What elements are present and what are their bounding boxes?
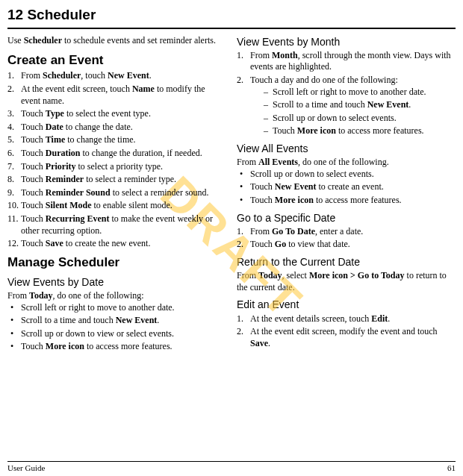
list-item: At the event details screen, touch Edit. xyxy=(237,313,456,325)
right-column: View Events by Month From Month, scroll … xyxy=(237,35,456,354)
list-item: Scroll left or right to move to another … xyxy=(250,87,456,98)
heading-go-to-date: Go to a Specific Date xyxy=(237,211,456,225)
view-by-month-steps: From Month, scroll through the month vie… xyxy=(237,50,456,137)
list-item: Touch Recurring Event to make the event … xyxy=(7,213,226,237)
list-item: Scroll left or right to move to another … xyxy=(7,302,226,314)
list-item: Touch More icon to access more features. xyxy=(250,125,456,137)
list-item: From Scheduler, touch New Event. xyxy=(7,70,226,82)
list-item: Scroll up or down to select events. xyxy=(237,169,456,181)
list-item: Touch Go to view that date. xyxy=(237,239,456,251)
heading-return-current: Return to the Current Date xyxy=(237,255,456,269)
list-item: At the event edit screen, touch Name to … xyxy=(7,84,226,107)
list-item: Touch More icon to access more features. xyxy=(7,341,226,353)
heading-view-by-date: View Events by Date xyxy=(7,275,226,289)
list-item: Touch a day and do one of the following:… xyxy=(237,75,456,137)
view-all-intro: From All Events, do one of the following… xyxy=(237,157,456,169)
heading-manage-scheduler: Manage Scheduler xyxy=(7,254,226,271)
view-by-month-sublist: Scroll left or right to move to another … xyxy=(250,87,456,137)
content-columns: Use Scheduler to schedule events and set… xyxy=(7,35,456,354)
list-item: Touch Reminder to select a reminder type… xyxy=(7,174,226,186)
list-item: Touch Silent Mode to enable silent mode. xyxy=(7,200,226,212)
view-by-date-intro: From Today, do one of the following: xyxy=(7,290,226,302)
list-item: Touch Reminder Sound to select a reminde… xyxy=(7,187,226,199)
list-item: From Go To Date, enter a date. xyxy=(237,226,456,238)
heading-edit-event: Edit an Event xyxy=(237,298,456,311)
heading-create-event: Create an Event xyxy=(7,52,226,69)
view-by-date-list: Scroll left or right to move to another … xyxy=(7,302,226,353)
chapter-title: 12 Scheduler xyxy=(7,6,456,29)
list-item: Touch Priority to select a priority type… xyxy=(7,161,226,173)
list-item: Touch New Event to create an event. xyxy=(237,181,456,193)
view-all-list: Scroll up or down to select events. Touc… xyxy=(237,169,456,207)
list-item: From Month, scroll through the month vie… xyxy=(237,50,456,73)
footer-left: User Guide xyxy=(7,463,45,473)
list-item: At the event edit screen, modify the eve… xyxy=(237,326,456,349)
left-column: Use Scheduler to schedule events and set… xyxy=(7,35,226,354)
list-item: Scroll up or down to select events. xyxy=(250,113,456,125)
list-item: Touch Time to change the time. xyxy=(7,134,226,146)
list-item: Scroll to a time and touch New Event. xyxy=(7,315,226,327)
return-current-body: From Today, select More icon > Go to Tod… xyxy=(237,270,456,293)
edit-event-steps: At the event details screen, touch Edit.… xyxy=(237,313,456,350)
page: DRAFT 12 Scheduler Use Scheduler to sche… xyxy=(0,0,463,476)
list-item: Scroll to a time and touch New Event. xyxy=(250,99,456,111)
list-item: Touch Type to select the event type. xyxy=(7,108,226,120)
list-item: Touch Save to create the new event. xyxy=(7,238,226,250)
page-footer: User Guide 61 xyxy=(7,461,456,473)
list-item: Scroll up or down to view or select even… xyxy=(7,328,226,340)
list-item: Touch Date to change the date. xyxy=(7,122,226,134)
list-item: Touch Duration to change the duration, i… xyxy=(7,148,226,160)
list-item: Touch More icon to access more features. xyxy=(237,195,456,207)
heading-view-all: View All Events xyxy=(237,142,456,155)
go-to-date-steps: From Go To Date, enter a date. Touch Go … xyxy=(237,226,456,251)
intro-text: Use Scheduler to schedule events and set… xyxy=(7,35,226,47)
footer-page-number: 61 xyxy=(447,463,456,473)
create-event-steps: From Scheduler, touch New Event. At the … xyxy=(7,70,226,249)
heading-view-by-month: View Events by Month xyxy=(237,35,456,48)
